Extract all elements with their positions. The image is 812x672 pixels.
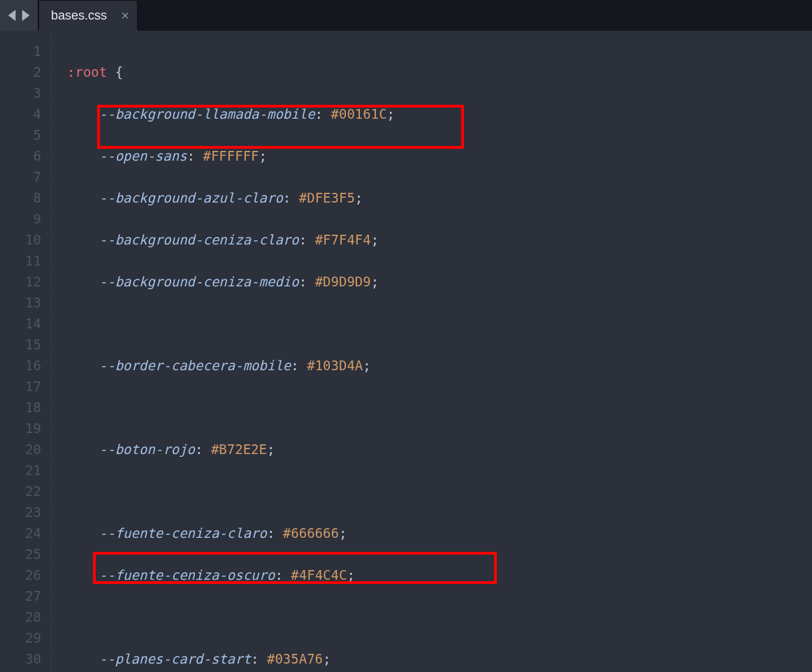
css-prop: --background-ceniza-medio	[99, 274, 299, 289]
css-hex: #FFFFFF	[203, 148, 259, 163]
line-number: 4	[0, 103, 41, 124]
css-hex: #DFE3F5	[299, 190, 355, 205]
css-prop: --background-ceniza-claro	[99, 232, 299, 247]
line-number: 20	[0, 439, 41, 460]
editor-app: bases.css × 1 2 3 4 5 6 7 8 9 10 11 12 1…	[0, 0, 812, 672]
line-number: 6	[0, 145, 41, 166]
line-number: 18	[0, 397, 41, 418]
css-hex: #666666	[283, 525, 339, 541]
line-number: 7	[0, 166, 41, 187]
line-number: 19	[0, 418, 41, 439]
line-number: 9	[0, 208, 41, 229]
close-icon[interactable]: ×	[121, 8, 129, 22]
css-hex: #00161C	[331, 106, 387, 122]
line-number: 27	[0, 585, 41, 606]
css-hex: #035A76	[267, 651, 323, 666]
line-number: 29	[0, 627, 41, 648]
brace-open: {	[115, 64, 123, 80]
line-number: 25	[0, 543, 41, 564]
line-number: 16	[0, 355, 41, 376]
line-number: 3	[0, 82, 41, 103]
css-hex: #D9D9D9	[315, 274, 371, 289]
tab-bar: bases.css ×	[0, 0, 812, 31]
css-prop: --border-cabecera-mobile	[99, 358, 291, 373]
css-prop: --fuente-ceniza-claro	[99, 525, 267, 541]
line-number: 26	[0, 564, 41, 585]
line-number: 14	[0, 313, 41, 334]
tab-title: bases.css	[51, 8, 107, 23]
line-number: 15	[0, 334, 41, 355]
line-number: 11	[0, 250, 41, 271]
line-gutter: 1 2 3 4 5 6 7 8 9 10 11 12 13 14 15 16 1…	[0, 31, 52, 672]
editor-pane[interactable]: 1 2 3 4 5 6 7 8 9 10 11 12 13 14 15 16 1…	[0, 31, 812, 672]
line-number: 17	[0, 376, 41, 397]
css-hex: #4F4C4C	[291, 567, 347, 583]
line-number: 24	[0, 523, 41, 543]
css-prop: --open-sans	[99, 148, 187, 163]
tab-active[interactable]: bases.css ×	[38, 0, 138, 31]
nav-back-icon[interactable]	[7, 10, 17, 21]
line-number: 2	[0, 61, 41, 82]
css-prop: --boton-rojo	[99, 441, 195, 457]
line-number: 1	[0, 41, 41, 61]
css-prop: --planes-card-start	[99, 651, 251, 666]
line-number: 5	[0, 124, 41, 145]
css-hex: #B72E2E	[211, 441, 267, 457]
line-number: 30	[0, 648, 41, 669]
line-number: 21	[0, 460, 41, 481]
line-number: 8	[0, 187, 41, 208]
line-number: 28	[0, 606, 41, 627]
line-number: 12	[0, 271, 41, 292]
css-prop: --background-llamada-mobile	[99, 106, 315, 122]
tabbar-fill	[138, 0, 812, 31]
line-number: 23	[0, 502, 41, 523]
line-number: 10	[0, 229, 41, 250]
line-number: 22	[0, 481, 41, 502]
css-prop: --fuente-ceniza-oscuro	[99, 567, 275, 583]
nav-arrows	[0, 0, 38, 31]
code-area[interactable]: :root { --background-llamada-mobile: #00…	[52, 31, 812, 672]
css-prop: --background-azul-claro	[99, 190, 283, 205]
css-hex: #103D4A	[307, 358, 363, 373]
css-hex: #F7F4F4	[315, 232, 371, 247]
nav-forward-icon[interactable]	[21, 10, 31, 21]
line-number: 13	[0, 292, 41, 313]
selector-root: :root	[67, 64, 107, 80]
